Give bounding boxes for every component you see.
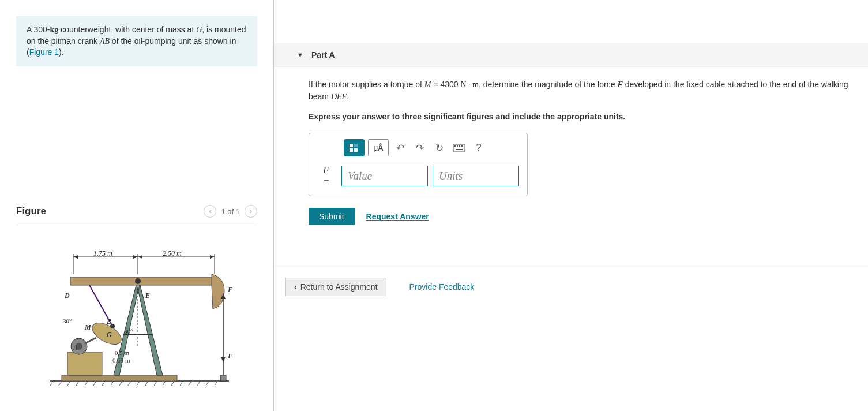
svg-rect-49 xyxy=(354,144,358,147)
part-a-title: Part A xyxy=(311,50,335,59)
svg-marker-32 xyxy=(221,357,226,363)
problem-text: A 300- xyxy=(27,25,50,34)
label-F-bottom: F xyxy=(228,352,232,361)
prompt-seg: = 4300 xyxy=(431,80,460,89)
svg-point-29 xyxy=(135,278,141,284)
angle-30-left: 30° xyxy=(63,317,72,324)
svg-line-14 xyxy=(163,381,166,386)
collapse-caret-icon: ▼ xyxy=(297,51,303,58)
svg-marker-26 xyxy=(138,283,163,375)
return-label: Return to Assignment xyxy=(300,282,378,292)
svg-rect-48 xyxy=(350,144,353,147)
svg-line-8 xyxy=(111,381,114,386)
dim-0-65: 0.65 m xyxy=(112,357,130,364)
var-F: F xyxy=(617,80,622,89)
svg-line-20 xyxy=(215,381,217,386)
svg-line-11 xyxy=(137,381,140,386)
units-symbol: μÅ xyxy=(373,143,383,152)
units-input[interactable] xyxy=(433,166,519,186)
redo-button[interactable]: ↷ xyxy=(412,140,428,156)
part-a-header[interactable]: ▼ Part A xyxy=(274,43,868,67)
svg-line-37 xyxy=(85,338,96,343)
prompt-text: If the motor supplies a torque of M = 43… xyxy=(309,79,856,103)
svg-line-9 xyxy=(119,381,122,386)
svg-line-12 xyxy=(145,381,148,386)
value-input[interactable] xyxy=(341,166,428,186)
figure-next-button[interactable]: › xyxy=(245,205,257,218)
answer-toolbar: μÅ ↶ ↷ ↻ ? xyxy=(309,133,527,160)
var-G: G xyxy=(196,25,202,34)
request-answer-link[interactable]: Request Answer xyxy=(366,212,429,221)
figure-nav-text: 1 of 1 xyxy=(221,207,240,216)
keyboard-button[interactable] xyxy=(451,140,467,156)
right-panel: ▼ Part A If the motor supplies a torque … xyxy=(274,0,868,411)
problem-statement: A 300-kg counterweight, with center of m… xyxy=(16,16,257,66)
chevron-left-icon: ‹ xyxy=(294,282,297,292)
svg-line-17 xyxy=(189,381,191,386)
svg-line-10 xyxy=(128,381,131,386)
part-a-body: If the motor supplies a torque of M = 43… xyxy=(274,67,868,254)
svg-line-18 xyxy=(197,381,200,386)
var-M: M xyxy=(424,80,431,89)
dim-0-5: 0.5 m xyxy=(115,349,129,356)
dim-1-75: 1.75 m xyxy=(93,249,112,258)
svg-marker-43 xyxy=(73,255,78,259)
svg-rect-54 xyxy=(457,145,458,147)
svg-line-19 xyxy=(206,381,209,386)
svg-rect-57 xyxy=(456,149,463,150)
svg-line-16 xyxy=(180,381,183,386)
figure-header: Figure ‹ 1 of 1 › xyxy=(16,205,257,225)
instruction-text: Express your answer to three significant… xyxy=(309,112,856,121)
svg-rect-22 xyxy=(67,352,102,375)
label-B: B xyxy=(107,317,111,326)
prompt-seg: , determine the magnitude of the force xyxy=(479,80,617,89)
label-G: G xyxy=(107,331,112,339)
label-F-top: F xyxy=(228,286,232,294)
svg-line-2 xyxy=(59,381,62,386)
svg-line-7 xyxy=(102,381,105,386)
return-button[interactable]: ‹ Return to Assignment xyxy=(285,278,386,296)
svg-rect-51 xyxy=(354,148,358,152)
provide-feedback-link[interactable]: Provide Feedback xyxy=(409,282,475,292)
svg-rect-50 xyxy=(350,148,353,152)
angle-30-right: 30° xyxy=(124,328,133,335)
unit-Nm: N · m xyxy=(460,80,479,89)
problem-text: ). xyxy=(59,47,64,57)
templates-button[interactable] xyxy=(344,139,365,156)
label-D: D xyxy=(65,292,70,300)
submit-button[interactable]: Submit xyxy=(309,208,355,225)
unit-kg: kg xyxy=(50,25,58,34)
figure-prev-button[interactable]: ‹ xyxy=(204,205,216,218)
units-button[interactable]: μÅ xyxy=(368,139,389,156)
undo-button[interactable]: ↶ xyxy=(392,140,408,156)
figure-title: Figure xyxy=(16,206,46,217)
action-row: Submit Request Answer xyxy=(309,208,856,225)
label-E: E xyxy=(145,292,150,300)
figure-diagram: 1.75 m 2.50 m D E F F M B G A 30° 30° 0.… xyxy=(39,237,235,393)
main-container: A 300-kg counterweight, with center of m… xyxy=(0,0,868,411)
var-DEF: DEF xyxy=(331,92,347,101)
svg-rect-56 xyxy=(461,145,463,147)
svg-line-5 xyxy=(85,381,88,386)
left-panel: A 300-kg counterweight, with center of m… xyxy=(0,0,274,411)
dim-2-50: 2.50 m xyxy=(163,249,182,258)
svg-rect-33 xyxy=(220,375,226,381)
svg-line-3 xyxy=(67,381,70,386)
problem-text: counterweight, with center of mass at xyxy=(58,25,196,34)
keyboard-icon xyxy=(453,144,465,152)
svg-line-4 xyxy=(76,381,79,386)
answer-label: F = xyxy=(323,165,335,188)
label-A: A xyxy=(73,343,78,352)
reset-button[interactable]: ↻ xyxy=(431,140,448,156)
answer-box: μÅ ↶ ↷ ↻ ? F = xyxy=(309,133,528,196)
prompt-seg: If the motor supplies a torque of xyxy=(309,80,424,89)
var-AB: AB xyxy=(100,37,110,46)
bottom-actions: ‹ Return to Assignment Provide Feedback xyxy=(274,266,868,308)
answer-input-row: F = xyxy=(309,160,527,196)
svg-rect-21 xyxy=(62,375,177,381)
help-button[interactable]: ? xyxy=(471,140,487,156)
pumpjack-svg xyxy=(39,237,235,393)
svg-marker-45 xyxy=(138,255,142,259)
figure-link[interactable]: Figure 1 xyxy=(29,47,59,57)
label-M: M xyxy=(85,323,91,332)
